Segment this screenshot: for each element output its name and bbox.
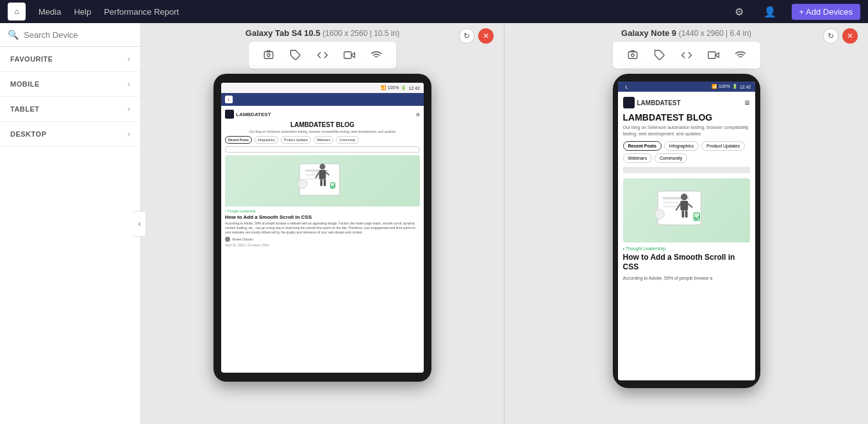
hamburger-icon: ≡: [416, 111, 420, 118]
svg-rect-4: [344, 52, 351, 59]
network-icon-phone[interactable]: [731, 46, 750, 65]
sidebar-item-favourite[interactable]: FAVOURITE ›: [0, 47, 140, 72]
code-icon-phone[interactable]: [677, 46, 696, 65]
settings-icon[interactable]: ⚙: [730, 3, 748, 21]
browser-bar: L: [221, 93, 424, 106]
svg-rect-17: [324, 179, 326, 186]
svg-rect-13: [319, 170, 326, 179]
device-title-phone: Galaxy Note 9 (1440 x 2960 | 6.4 in): [621, 28, 751, 38]
svg-point-28: [655, 209, 664, 219]
lambdatest-logo-text: LAMBDATEST: [236, 112, 271, 117]
phone-hamburger-icon: ≡: [744, 98, 749, 108]
blog-tabs-tablet: Recent Posts Infographics Product Update…: [225, 136, 420, 144]
close-button-tablet[interactable]: ✕: [478, 28, 494, 44]
svg-point-1: [267, 54, 271, 57]
devices-area: Galaxy Tab S4 10.5 (1600 x 2560 | 10.5 i…: [141, 23, 868, 424]
search-input[interactable]: [24, 30, 133, 40]
nav-performance-report[interactable]: Performance Report: [104, 7, 179, 17]
home-logo[interactable]: ⌂: [8, 3, 26, 21]
mobile-label: MOBILE: [10, 80, 40, 88]
video-icon-phone[interactable]: [704, 46, 723, 65]
network-icon[interactable]: [367, 46, 386, 65]
phone-tab-infographics[interactable]: Infographics: [664, 141, 699, 151]
phone-article-desc: According to Adobe, 59% of people browse…: [623, 275, 750, 282]
device-panel-phone: Galaxy Note 9 (1440 x 2960 | 6.4 in) ↻ ✕: [505, 23, 868, 424]
article-desc-tablet: According to Adobe, 59% of people browse…: [225, 221, 420, 235]
device-header-actions-phone: ↻ ✕: [823, 28, 858, 44]
video-icon[interactable]: [340, 46, 359, 65]
nav-media[interactable]: Media: [38, 7, 61, 17]
phone-tab-product-updates[interactable]: Product Updates: [701, 141, 745, 151]
user-icon[interactable]: 👤: [761, 3, 779, 21]
top-navigation: ⌂ Media Help Performance Report ⚙ 👤 + Ad…: [0, 0, 868, 23]
chevron-right-icon: ›: [128, 105, 130, 114]
phone-article-image: [623, 178, 750, 242]
article-tag-tablet: • Thought Leadership: [225, 209, 420, 213]
phone-article-tag: • Thought Leadership: [623, 246, 750, 251]
tab-community[interactable]: Community: [336, 136, 358, 144]
desktop-label: DESKTOP: [10, 130, 46, 138]
tablet-screen: 📶 100%🔋12:42 L LAMBDATEST ≡ LAMBDATEST: [221, 83, 424, 373]
phone-tab-webinars[interactable]: Webinars: [623, 153, 652, 163]
svg-marker-21: [715, 53, 719, 58]
phone-article-title: How to Add a Smooth Scroll in CSS: [623, 253, 750, 273]
close-button-phone[interactable]: ✕: [842, 28, 858, 44]
svg-marker-3: [351, 53, 355, 58]
tablet-label: TABLET: [10, 105, 40, 113]
tab-infographics[interactable]: Infographics: [255, 136, 278, 144]
lambdatest-logo-icon: [225, 110, 234, 119]
svg-rect-34: [681, 210, 684, 217]
phone-logo-text: LAMBDATEST: [637, 99, 681, 106]
nav-help[interactable]: Help: [74, 7, 91, 17]
svg-point-10: [298, 179, 307, 188]
tablet-frame: 📶 100%🔋12:42 L LAMBDATEST ≡ LAMBDATEST: [213, 74, 431, 382]
phone-status-bar: L 📶 100%🔋12:42: [618, 81, 755, 92]
svg-point-19: [631, 54, 634, 57]
phone-tab-community[interactable]: Community: [655, 153, 687, 163]
screenshot-icon[interactable]: [259, 46, 278, 65]
svg-rect-35: [685, 210, 687, 217]
tab-product-updates[interactable]: Product Updates: [281, 136, 311, 144]
code-icon[interactable]: [313, 46, 332, 65]
chevron-right-icon: ›: [128, 55, 130, 64]
device-toolbar-tablet: [249, 42, 396, 69]
article-image-tablet: [225, 155, 420, 207]
tag-icon-phone[interactable]: [650, 46, 669, 65]
svg-rect-16: [320, 179, 322, 186]
device-header-tablet: Galaxy Tab S4 10.5 (1600 x 2560 | 10.5 i…: [141, 28, 504, 42]
device-toolbar-phone: [613, 42, 760, 69]
svg-rect-22: [708, 52, 715, 59]
sidebar-wrapper: 🔍 FAVOURITE › MOBILE › TABLET › DESKTOP …: [0, 23, 141, 424]
phone-frame: L 📶 100%🔋12:42 LAMBDATEST ≡ LAMBDATEST B…: [613, 74, 760, 388]
author-avatar: [225, 237, 230, 242]
tab-recent-posts[interactable]: Recent Posts: [225, 136, 252, 144]
device-title-tablet: Galaxy Tab S4 10.5 (1600 x 2560 | 10.5 i…: [246, 28, 399, 38]
sidebar-item-tablet[interactable]: TABLET ›: [0, 97, 140, 122]
tag-icon[interactable]: [286, 46, 305, 65]
search-box: 🔍: [0, 23, 140, 47]
status-bar: 📶 100%🔋12:42: [221, 83, 424, 93]
add-devices-button[interactable]: + Add Devices: [792, 4, 860, 20]
sidebar-collapse-button[interactable]: ‹: [133, 211, 146, 237]
phone-logo-icon: [623, 97, 635, 108]
svg-rect-26: [662, 201, 683, 203]
refresh-icon-tablet[interactable]: ↻: [459, 28, 474, 44]
tab-webinars[interactable]: Webinars: [313, 136, 333, 144]
phone-screen: L 📶 100%🔋12:42 LAMBDATEST ≡ LAMBDATEST B…: [618, 81, 755, 380]
phone-tab-recent-posts[interactable]: Recent Posts: [623, 141, 662, 151]
main-container: 🔍 FAVOURITE › MOBILE › TABLET › DESKTOP …: [0, 23, 868, 424]
device-panel-tablet: Galaxy Tab S4 10.5 (1600 x 2560 | 10.5 i…: [141, 23, 505, 424]
mock-content: LAMBDATEST ≡ LAMBDATEST BLOG Our blog on…: [221, 106, 424, 251]
chevron-right-icon: ›: [128, 130, 130, 139]
sidebar-item-mobile[interactable]: MOBILE ›: [0, 72, 140, 97]
device-header-phone: Galaxy Note 9 (1440 x 2960 | 6.4 in) ↻ ✕: [505, 28, 868, 42]
author-name: Vineet Chavan: [232, 237, 253, 241]
refresh-icon-phone[interactable]: ↻: [823, 28, 839, 44]
browser-logo: L: [225, 96, 233, 103]
blog-subtitle-tablet: Our blog on Selenium automation testing,…: [225, 130, 420, 133]
screenshot-icon-phone[interactable]: [623, 46, 642, 65]
sidebar-item-desktop[interactable]: DESKTOP ›: [0, 122, 140, 147]
device-header-actions-tablet: ↻ ✕: [459, 28, 494, 44]
search-icon: 🔍: [8, 30, 19, 40]
svg-point-30: [681, 193, 688, 200]
